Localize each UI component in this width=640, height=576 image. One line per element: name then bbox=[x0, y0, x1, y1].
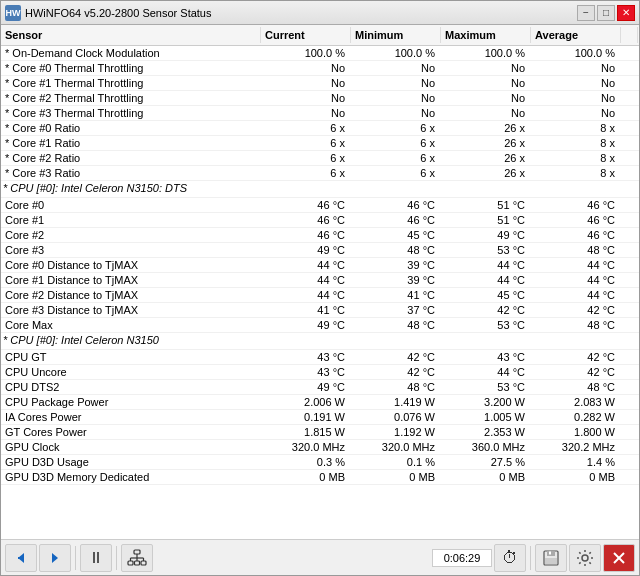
table-row: GT Cores Power 1.815 W 1.192 W 2.353 W 1… bbox=[1, 425, 639, 440]
max-value: 100.0 % bbox=[441, 46, 531, 60]
table-row: * Core #1 Thermal Throttling No No No No bbox=[1, 76, 639, 91]
elapsed-time: 0:06:29 bbox=[432, 549, 492, 567]
table-row: CPU Uncore 43 °C 42 °C 44 °C 42 °C bbox=[1, 365, 639, 380]
col-scroll bbox=[621, 27, 638, 43]
table-row: Core #2 46 °C 45 °C 49 °C 46 °C bbox=[1, 228, 639, 243]
separator-3 bbox=[530, 546, 531, 570]
table-row: Core #1 46 °C 46 °C 51 °C 46 °C bbox=[1, 213, 639, 228]
svg-point-16 bbox=[582, 555, 588, 561]
table-row: * On-Demand Clock Modulation 100.0 % 100… bbox=[1, 46, 639, 61]
current-value: 100.0 % bbox=[261, 46, 351, 60]
table-header: Sensor Current Minimum Maximum Average bbox=[1, 25, 639, 46]
section-header-cpu: * CPU [#0]: Intel Celeron N3150 bbox=[1, 333, 639, 350]
settings-button[interactable] bbox=[569, 544, 601, 572]
table-row: Core Max 49 °C 48 °C 53 °C 48 °C bbox=[1, 318, 639, 333]
table-row: * Core #0 Ratio 6 x 6 x 26 x 8 x bbox=[1, 121, 639, 136]
table-row: * Core #2 Thermal Throttling No No No No bbox=[1, 91, 639, 106]
table-row: Core #3 49 °C 48 °C 53 °C 48 °C bbox=[1, 243, 639, 258]
col-maximum: Maximum bbox=[441, 27, 531, 43]
table-row: CPU Package Power 2.006 W 1.419 W 3.200 … bbox=[1, 395, 639, 410]
forward-button[interactable] bbox=[39, 544, 71, 572]
min-value: 100.0 % bbox=[351, 46, 441, 60]
minimize-button[interactable]: − bbox=[577, 5, 595, 21]
separator-2 bbox=[116, 546, 117, 570]
clock-button[interactable]: ⏱ bbox=[494, 544, 526, 572]
table-row: * Core #1 Ratio 6 x 6 x 26 x 8 x bbox=[1, 136, 639, 151]
table-row: Core #3 Distance to TjMAX 41 °C 37 °C 42… bbox=[1, 303, 639, 318]
app-icon: HW bbox=[5, 5, 21, 21]
svg-rect-1 bbox=[18, 557, 19, 559]
svg-marker-2 bbox=[52, 553, 58, 563]
table-row: * Core #3 Ratio 6 x 6 x 26 x 8 x bbox=[1, 166, 639, 181]
table-row: GPU Clock 320.0 MHz 320.0 MHz 360.0 MHz … bbox=[1, 440, 639, 455]
svg-rect-14 bbox=[545, 558, 557, 564]
col-average: Average bbox=[531, 27, 621, 43]
network-button[interactable] bbox=[121, 544, 153, 572]
svg-rect-5 bbox=[135, 561, 140, 565]
col-sensor: Sensor bbox=[1, 27, 261, 43]
table-row: Core #1 Distance to TjMAX 44 °C 39 °C 44… bbox=[1, 273, 639, 288]
sensor-table[interactable]: * On-Demand Clock Modulation 100.0 % 100… bbox=[1, 46, 639, 539]
table-row: CPU GT 43 °C 42 °C 43 °C 42 °C bbox=[1, 350, 639, 365]
table-row: GPU D3D Usage 0.3 % 0.1 % 27.5 % 1.4 % bbox=[1, 455, 639, 470]
svg-rect-4 bbox=[128, 561, 133, 565]
maximize-button[interactable]: □ bbox=[597, 5, 615, 21]
table-row: Core #0 46 °C 46 °C 51 °C 46 °C bbox=[1, 198, 639, 213]
separator-1 bbox=[75, 546, 76, 570]
table-row: CPU DTS2 49 °C 48 °C 53 °C 48 °C bbox=[1, 380, 639, 395]
pause-button[interactable]: ⏸ bbox=[80, 544, 112, 572]
table-row: * Core #3 Thermal Throttling No No No No bbox=[1, 106, 639, 121]
col-minimum: Minimum bbox=[351, 27, 441, 43]
table-row: Core #2 Distance to TjMAX 44 °C 41 °C 45… bbox=[1, 288, 639, 303]
content-area: Sensor Current Minimum Maximum Average *… bbox=[1, 25, 639, 539]
back-button[interactable] bbox=[5, 544, 37, 572]
table-row: IA Cores Power 0.191 W 0.076 W 1.005 W 0… bbox=[1, 410, 639, 425]
table-row: Core #0 Distance to TjMAX 44 °C 39 °C 44… bbox=[1, 258, 639, 273]
svg-rect-3 bbox=[134, 550, 140, 554]
close-toolbar-button[interactable] bbox=[603, 544, 635, 572]
avg-value: 100.0 % bbox=[531, 46, 621, 60]
window-title: HWiNFO64 v5.20-2800 Sensor Status bbox=[25, 7, 577, 19]
main-window: HW HWiNFO64 v5.20-2800 Sensor Status − □… bbox=[0, 0, 640, 576]
close-button[interactable]: ✕ bbox=[617, 5, 635, 21]
col-current: Current bbox=[261, 27, 351, 43]
table-row: GPU D3D Memory Dedicated 0 MB 0 MB 0 MB … bbox=[1, 470, 639, 485]
section-header-dts: * CPU [#0]: Intel Celeron N3150: DTS bbox=[1, 181, 639, 198]
toolbar: ⏸ 0:06:29 ⏱ bbox=[1, 539, 639, 575]
save-button[interactable] bbox=[535, 544, 567, 572]
window-controls: − □ ✕ bbox=[577, 5, 635, 21]
title-bar: HW HWiNFO64 v5.20-2800 Sensor Status − □… bbox=[1, 1, 639, 25]
sensor-label: * On-Demand Clock Modulation bbox=[1, 46, 261, 60]
table-row: * Core #0 Thermal Throttling No No No No bbox=[1, 61, 639, 76]
svg-rect-15 bbox=[549, 551, 551, 554]
svg-rect-6 bbox=[141, 561, 146, 565]
table-row: * Core #2 Ratio 6 x 6 x 26 x 8 x bbox=[1, 151, 639, 166]
